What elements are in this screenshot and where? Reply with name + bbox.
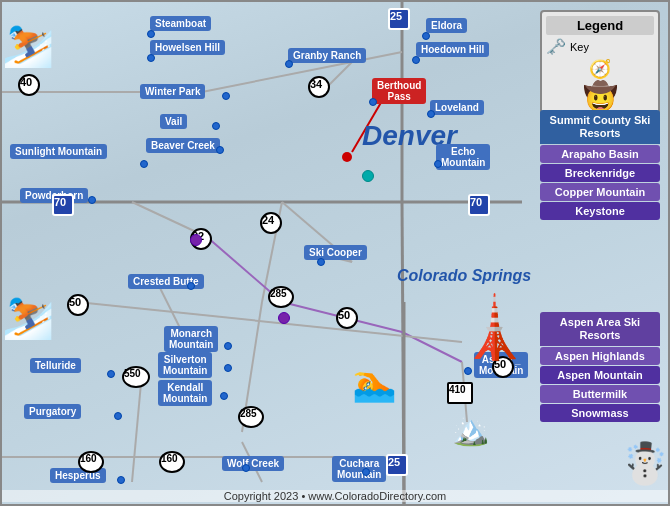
legend-key: 🗝️ Key (546, 35, 654, 58)
denver-area-dot (362, 170, 374, 182)
vail-label[interactable]: Vail (160, 114, 187, 129)
state-flag-icon: 🏔️ (452, 412, 489, 447)
i25-south-badge[interactable]: 25 (386, 454, 408, 476)
i70-left-badge[interactable]: 70 (52, 194, 74, 216)
svg-line-14 (77, 302, 462, 342)
snowman-character: ☃️ (620, 440, 670, 487)
steamboat-label[interactable]: Steamboat (150, 16, 211, 31)
hoedown-dot (412, 56, 420, 64)
skicooper-label[interactable]: Ski Cooper (304, 245, 367, 260)
us50-left-badge[interactable]: 50 (67, 294, 89, 316)
silverton-dot (224, 364, 232, 372)
us160-left-shield[interactable]: 160 (78, 451, 104, 473)
howelsen-dot (147, 54, 155, 62)
us40-badge[interactable]: 40 (18, 74, 40, 96)
aspen-item-snowmass[interactable]: Snowmass (540, 404, 660, 422)
us550-badge[interactable]: 550 (122, 366, 150, 388)
summit-county-panel: Summit County Ski Resorts Arapaho Basin … (540, 110, 660, 221)
aspen-item-buttermilk[interactable]: Buttermilk (540, 385, 660, 403)
legend-title: Legend (546, 16, 654, 35)
kendall-label[interactable]: KendallMountain (158, 380, 212, 406)
berthoud-red-dot (342, 152, 352, 162)
howelsen-label[interactable]: Howelsen Hill (150, 40, 225, 55)
beavercreek-dot (216, 146, 224, 154)
i70-right-shield[interactable]: 70 (468, 194, 490, 216)
legend-box: Legend 🗝️ Key 🧭 🤠 (540, 10, 660, 119)
hesperus-dot (117, 476, 125, 484)
aspen-item-mountain[interactable]: Aspen Mountain (540, 366, 660, 384)
crestedbutte-dot (187, 282, 195, 290)
skier-character-lower: ⛷️ (2, 292, 54, 341)
svg-line-15 (132, 372, 142, 482)
telluride-label[interactable]: Telluride (30, 358, 81, 373)
us285-mid-badge[interactable]: 285 (268, 286, 294, 308)
wolfcreek-dot (242, 464, 250, 472)
rt410-shield[interactable]: 410 (447, 382, 473, 404)
hoedown-label[interactable]: Hoedown Hill (416, 42, 489, 57)
monarch-dot (224, 342, 232, 350)
us550-shield[interactable]: 550 (122, 366, 150, 388)
summit-item-breckenridge[interactable]: Breckenridge (540, 164, 660, 182)
us50-mid-shield[interactable]: 50 (336, 307, 358, 329)
us160-right-shield[interactable]: 160 (159, 451, 185, 473)
us285-south-badge[interactable]: 285 (238, 406, 264, 428)
beavercreek-label[interactable]: Beaver Creek (146, 138, 220, 153)
purgatory-dot (114, 412, 122, 420)
silverton-label[interactable]: SilvertonMountain (158, 352, 212, 378)
purgatory-label[interactable]: Purgatory (24, 404, 81, 419)
summit-item-arapaho[interactable]: Arapaho Basin (540, 145, 660, 163)
legend-key-label: Key (570, 41, 589, 53)
us24-badge[interactable]: 24 (260, 212, 282, 234)
aspen-mtn-dot (464, 367, 472, 375)
granby-label[interactable]: Granby Ranch (288, 48, 366, 63)
loveland-label[interactable]: Loveland (430, 100, 484, 115)
i25-top-badge[interactable]: 25 (388, 8, 410, 30)
us285-mid-shield[interactable]: 285 (268, 286, 294, 308)
ski-lift-tower: 🗼 (457, 292, 532, 363)
junction-dot-2 (278, 312, 290, 324)
i70-left-shield[interactable]: 70 (52, 194, 74, 216)
colorado-springs-label: Colorado Springs (397, 267, 531, 285)
tuber-character: 🏊 (352, 362, 397, 404)
sunlight-label[interactable]: Sunlight Mountain (10, 144, 107, 159)
echo-dot (434, 160, 442, 168)
steamboat-dot (147, 30, 155, 38)
monarch-label[interactable]: MonarchMountain (164, 326, 218, 352)
eldora-dot (422, 32, 430, 40)
copyright-bar: Copyright 2023 • www.ColoradoDirectory.c… (2, 490, 668, 502)
berthoud-dot (369, 98, 377, 106)
eldora-label[interactable]: Eldora (426, 18, 467, 33)
us160-right-badge[interactable]: 160 (159, 451, 185, 473)
summit-item-copper[interactable]: Copper Mountain (540, 183, 660, 201)
us40-shield[interactable]: 40 (18, 74, 40, 96)
rt410-badge[interactable]: 410 (447, 382, 473, 404)
skier-character-left: ⛷️ (2, 20, 54, 69)
key-icon: 🗝️ (546, 37, 566, 56)
sunlight-dot (140, 160, 148, 168)
i25-south-shield[interactable]: 25 (386, 454, 408, 476)
aspen-panel-header: Aspen Area Ski Resorts (540, 312, 660, 346)
us34-shield[interactable]: 34 (308, 76, 330, 98)
us50-mid-badge[interactable]: 50 (336, 307, 358, 329)
cuchara-label[interactable]: CucharaMountain (332, 456, 386, 482)
us50-left-shield[interactable]: 50 (67, 294, 89, 316)
winterpark-dot (222, 92, 230, 100)
echo-label[interactable]: EchoMountain (436, 144, 490, 170)
kendall-dot (220, 392, 228, 400)
aspen-item-highlands[interactable]: Aspen Highlands (540, 347, 660, 365)
berthoud-label[interactable]: BerthoudPass (372, 78, 426, 104)
us34-badge[interactable]: 34 (308, 76, 330, 98)
svg-line-13 (402, 332, 462, 362)
winterpark-label[interactable]: Winter Park (140, 84, 205, 99)
summit-item-keystone[interactable]: Keystone (540, 202, 660, 220)
wolfcreek-label[interactable]: Wolf Creek (222, 456, 284, 471)
junction-dot-1 (190, 234, 202, 246)
us160-left-badge[interactable]: 160 (78, 451, 104, 473)
powderhorn-dot (88, 196, 96, 204)
us285-south-shield[interactable]: 285 (238, 406, 264, 428)
summit-panel-header: Summit County Ski Resorts (540, 110, 660, 144)
i25-top-shield[interactable]: 25 (388, 8, 410, 30)
ranger-character: 🤠 (546, 80, 654, 113)
i70-right-badge[interactable]: 70 (468, 194, 490, 216)
us24-shield[interactable]: 24 (260, 212, 282, 234)
